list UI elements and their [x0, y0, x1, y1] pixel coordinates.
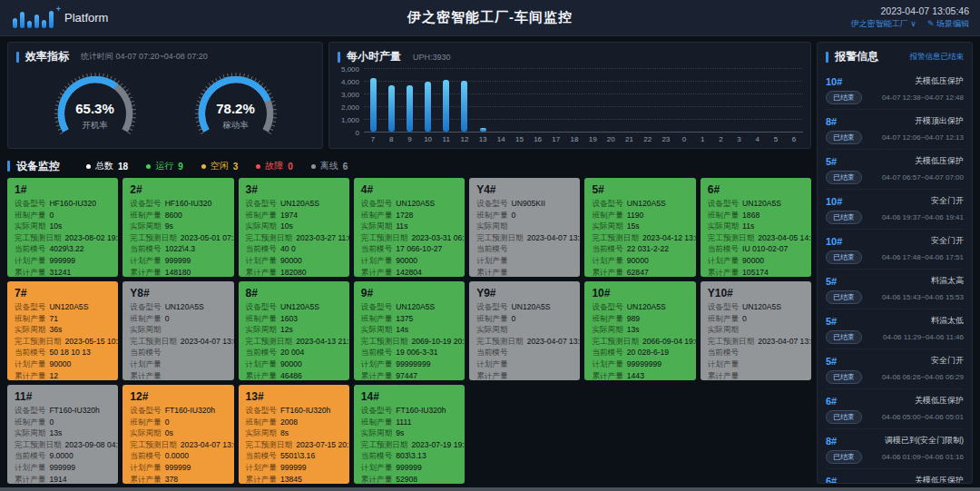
efficiency-time-range: 统计时间 04-07 07:20~04-08 07:20 [81, 51, 208, 63]
scene-edit-link[interactable]: ✎ 场景编辑 [927, 18, 969, 30]
device-card[interactable]: Y10#设备型号UN120A5S班制产量0实际周期完工预测日期2023-04-0… [701, 281, 811, 380]
device-card-row: 完工预测日期2023-04-07 13:05 [476, 232, 573, 244]
card-field-label: 班制产量 [476, 313, 507, 325]
card-field-label: 班制产量 [592, 313, 622, 325]
dashboard-root: + Platform 伊之密智能工厂-车间监控 2023-04-07 13:05… [0, 0, 980, 491]
card-field-value: 0 [165, 417, 170, 428]
alarm-item[interactable]: 5#关模低压保护已结束04-07 06:57~04-07 07:00 [826, 150, 964, 190]
device-card-title: Y4# [476, 183, 573, 196]
card-field-label: 完工预测日期 [708, 232, 755, 244]
alarm-item[interactable]: 8#调模已到(安全门限制)已结束04-06 01:09~04-06 01:16 [826, 429, 964, 469]
device-card[interactable]: 2#设备型号HF160-IU320班制产量8600实际周期9s完工预测日期202… [122, 178, 233, 277]
device-card-row: 实际周期11s [708, 221, 804, 232]
device-card-row: 实际周期8s [246, 427, 342, 439]
alarm-item-row2: 已结束04-06 01:09~04-06 01:16 [826, 450, 964, 464]
device-card[interactable]: 14#设备型号FT160-IU320h班制产量1111实际周期9s完工预测日期2… [354, 385, 465, 484]
device-card-row: 实际周期12s [246, 324, 342, 336]
device-card[interactable]: Y4#设备型号UN905KII班制产量0实际周期完工预测日期2023-04-07… [469, 178, 580, 277]
card-field-label: 设备型号 [361, 405, 392, 417]
device-card-row: 计划产量90000 [15, 358, 111, 370]
card-field-label: 设备型号 [246, 301, 277, 313]
card-field-label: 完工预测日期 [246, 336, 293, 348]
device-card-row: 计划产量999999 [15, 462, 111, 474]
card-field-value: 12 [49, 370, 58, 380]
device-card-title: 9# [361, 287, 457, 300]
legend-count: 18 [118, 162, 128, 172]
chart-bar-slot: 18 [565, 68, 583, 132]
x-tick-label: 20 [602, 135, 620, 143]
device-card[interactable]: 4#设备型号UN120A5S班制产量1728实际周期11s完工预测日期2023-… [354, 178, 465, 277]
alarm-item[interactable]: 10#安全门开已结束04-06 17:48~04-06 17:51 [826, 230, 964, 270]
card-field-label: 当前模号 [130, 347, 161, 358]
device-card[interactable]: 13#设备型号FT160-IU320h班制产量2008实际周期8s完工预测日期2… [239, 385, 349, 484]
x-tick-label: 4 [749, 135, 767, 143]
alarm-title: 关模低压保护 [915, 395, 964, 407]
alarm-item[interactable]: 8#开模顶出保护已结束04-07 12:06~04-07 12:13 [826, 110, 964, 150]
alarm-item[interactable]: 5#料温太高已结束04-06 15:43~04-06 15:53 [826, 270, 964, 309]
device-card[interactable]: 5#设备型号UN120A5S班制产量1190实际周期15s完工预测日期2023-… [584, 178, 695, 277]
alarm-item[interactable]: 10#关模低压保护已结束04-07 12:38~04-07 12:48 [826, 70, 964, 110]
device-card-row: 设备型号UN120A5S [15, 301, 111, 313]
card-field-value: 2023-08-02 19:52 [65, 232, 119, 244]
alarm-panel: 报警信息 报警信息已结束 10#关模低压保护已结束04-07 12:38~04-… [817, 42, 973, 484]
device-card[interactable]: 12#设备型号FT160-IU320h班制产量0实际周期0s完工预测日期2023… [122, 385, 233, 484]
card-field-value: 2069-10-19 20:31 [411, 336, 465, 348]
device-card[interactable]: 9#设备型号UN120A5S班制产量1375实际周期14s完工预测日期2069-… [354, 281, 465, 380]
device-card-row: 设备型号UN120A5S [708, 198, 804, 210]
x-tick-label: 13 [474, 135, 492, 143]
card-field-value: 2023-03-31 06:33 [411, 232, 465, 244]
y-tick-label: 5,000 [341, 65, 359, 74]
card-field-label: 实际周期 [130, 324, 161, 336]
alarm-item[interactable]: 10#安全门开已结束04-06 19:37~04-06 19:41 [826, 190, 964, 230]
alarm-item[interactable]: 6#关模低压保护已结束04-06 05:00~04-06 05:01 [826, 389, 964, 429]
alarm-time-range: 04-06 11:29~04-06 11:46 [883, 333, 964, 341]
card-field-value: 182080 [280, 267, 307, 277]
device-card-row: 计划产量 [130, 358, 226, 370]
card-field-value: 0s [165, 427, 173, 439]
alarm-time-range: 04-06 06:26~04-06 06:29 [882, 373, 964, 381]
device-card-row: 实际周期36s [15, 324, 111, 336]
device-card[interactable]: 1#设备型号HF160-IU320班制产量0实际周期10s完工预测日期2023-… [7, 178, 118, 277]
alarm-time-range: 04-06 15:43~04-06 15:53 [882, 293, 964, 301]
factory-selector[interactable]: 伊之密智能工厂 ∨ [851, 18, 916, 30]
card-field-label: 完工预测日期 [708, 336, 755, 348]
card-field-label: 累计产量 [15, 474, 45, 484]
legend-dot [86, 164, 91, 169]
device-card[interactable]: 3#设备型号UN120A5S班制产量1974实际周期10s完工预测日期2023-… [239, 178, 349, 277]
device-card[interactable]: Y8#设备型号UN120A5S班制产量0实际周期完工预测日期2023-04-07… [122, 281, 233, 380]
device-card-row: 累计产量1914 [15, 474, 111, 484]
x-tick-label: 2 [711, 135, 730, 143]
card-field-label: 完工预测日期 [361, 232, 408, 244]
device-card[interactable]: 8#设备型号UN120A5S班制产量1603实际周期12s完工预测日期2023-… [239, 281, 349, 380]
device-card-row: 计划产量99999999 [361, 358, 457, 370]
card-field-value: HF160-IU320 [165, 198, 212, 210]
card-field-label: 当前模号 [15, 243, 45, 255]
chart-bar-slot: 0 [675, 68, 693, 132]
device-card-title: 8# [246, 287, 342, 300]
device-card-row: 班制产量1868 [708, 210, 804, 221]
device-card-row: 计划产量 [476, 255, 573, 267]
alarm-item[interactable]: 5#料温太低已结束04-06 11:29~04-06 11:46 [826, 309, 964, 349]
alarm-status-badge: 已结束 [826, 450, 862, 464]
alarm-item-row2: 已结束04-06 15:43~04-06 15:53 [826, 290, 964, 304]
card-field-value: 10s [49, 221, 62, 232]
panel-accent-bar [16, 52, 19, 63]
alarm-item[interactable]: 6#关模低压保护已结束04-06 00:23~04-06 00:24 [826, 469, 964, 484]
card-field-label: 计划产量 [476, 358, 507, 370]
chart-bar [370, 78, 377, 132]
card-field-value: 90000 [627, 255, 649, 267]
device-card[interactable]: 7#设备型号UN120A5S班制产量71实际周期36s完工预测日期2023-05… [7, 281, 118, 380]
alarm-filter-link[interactable]: 报警信息已结束 [910, 52, 965, 63]
alarm-device-id: 5# [826, 276, 837, 287]
device-card-row: 完工预测日期2023-04-13 21:23 [246, 336, 342, 348]
device-card[interactable]: 10#设备型号UN120A5S班制产量989实际周期13s完工预测日期2066-… [584, 281, 695, 380]
device-card[interactable]: Y9#设备型号UN120A5S班制产量0实际周期完工预测日期2023-04-07… [469, 281, 580, 380]
alarm-item-row2: 已结束04-07 06:57~04-07 07:00 [826, 171, 964, 184]
alarm-device-id: 10# [826, 196, 842, 207]
card-field-label: 实际周期 [592, 221, 622, 232]
device-card[interactable]: 6#设备型号UN120A5S班制产量1868实际周期11s完工预测日期2023-… [701, 178, 811, 277]
device-card-row: 班制产量1190 [592, 210, 688, 221]
device-card[interactable]: 11#设备型号FT160-IU320h班制产量0实际周期13s完工预测日期202… [7, 385, 118, 484]
card-field-value: 2023-04-12 13:01 [642, 232, 696, 244]
alarm-item[interactable]: 5#安全门开已结束04-06 06:26~04-06 06:29 [826, 349, 964, 389]
